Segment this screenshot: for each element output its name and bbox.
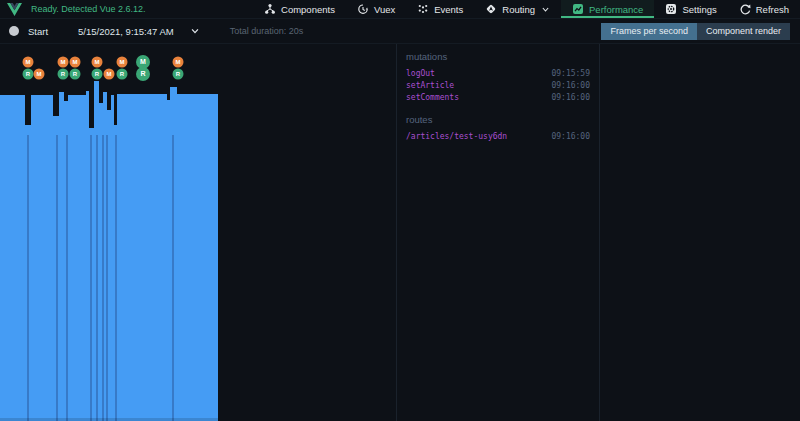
fps-bar-divider: [27, 135, 29, 421]
section-title: mutations: [406, 51, 590, 62]
route-marker[interactable]: R: [58, 68, 69, 79]
fps-bar-divider: [66, 135, 68, 421]
record-label: Start: [28, 26, 48, 37]
events-panel: mutationslogOut09:15:59setArticle09:16:0…: [397, 44, 600, 421]
tab-routing[interactable]: Routing: [474, 0, 561, 18]
tab-label: Refresh: [756, 4, 789, 15]
refresh-icon: [739, 3, 751, 15]
components-icon: [264, 3, 276, 15]
session-date-select[interactable]: 5/15/2021, 9:15:47 AM: [78, 26, 200, 37]
chevron-down-icon: [540, 5, 550, 14]
mutation-section: mutationslogOut09:15:59setArticle09:16:0…: [406, 51, 590, 103]
mutation-row[interactable]: setArticle09:16:00: [406, 79, 590, 91]
status-text: Ready. Detected Vue 2.6.12.: [31, 4, 146, 14]
section-title: routes: [406, 114, 590, 125]
route-marker[interactable]: R: [70, 68, 81, 79]
mutation-row[interactable]: logOut09:15:59: [406, 67, 590, 79]
mutation-row[interactable]: setComments09:16:00: [406, 91, 590, 103]
fps-bar-divider: [106, 135, 108, 421]
fps-bar: [68, 95, 86, 421]
tab-components[interactable]: Components: [253, 0, 346, 18]
fps-bar-divider: [96, 135, 98, 421]
mutation-marker[interactable]: M: [104, 68, 115, 79]
fps-bar: [177, 94, 218, 421]
tab-bar: ComponentsVuexEventsRoutingPerformanceSe…: [253, 0, 800, 18]
brand: Ready. Detected Vue 2.6.12.: [0, 0, 146, 18]
tab-label: Settings: [682, 4, 716, 15]
event-time: 09:16:00: [551, 132, 590, 141]
settings-icon: [665, 3, 677, 15]
fps-chart-panel: MRMMRMRMRMMRMRMR: [0, 44, 397, 421]
fps-bar-divider: [56, 135, 58, 421]
route-marker[interactable]: R: [117, 68, 128, 79]
tab-refresh[interactable]: Refresh: [728, 0, 800, 18]
fps-bar: [0, 95, 25, 421]
mutation-marker[interactable]: M: [92, 56, 103, 67]
fps-bar: [117, 94, 167, 421]
tab-vuex[interactable]: Vuex: [346, 0, 406, 18]
chevron-down-icon: [190, 26, 200, 36]
toolbar: Start 5/15/2021, 9:15:47 AM Total durati…: [0, 19, 800, 44]
tab-label: Vuex: [374, 4, 395, 15]
tab-label: Routing: [502, 4, 535, 15]
event-time: 09:16:00: [551, 93, 590, 102]
mutation-marker[interactable]: M: [173, 56, 184, 67]
tab-performance[interactable]: Performance: [561, 0, 654, 18]
event-name: logOut: [406, 69, 435, 78]
mutation-marker[interactable]: M: [70, 56, 81, 67]
main-content: MRMMRMRMRMMRMRMR mutationslogOut09:15:59…: [0, 44, 800, 421]
events-icon: [417, 3, 429, 15]
routing-icon: [485, 3, 497, 15]
total-duration: Total duration: 20s: [230, 26, 304, 36]
mutation-marker[interactable]: M: [34, 68, 45, 79]
route-section: routes/articles/test-usy6dn09:16:00: [406, 114, 590, 142]
event-name: /articles/test-usy6dn: [406, 132, 507, 141]
route-marker[interactable]: R: [23, 68, 34, 79]
tab-events[interactable]: Events: [406, 0, 474, 18]
event-time: 09:15:59: [551, 69, 590, 78]
route-marker[interactable]: R: [136, 67, 150, 81]
tab-settings[interactable]: Settings: [654, 0, 727, 18]
fps-bar-divider: [172, 135, 174, 421]
fps-bar-divider: [90, 135, 92, 421]
fps-bar-divider: [102, 135, 104, 421]
mutation-marker[interactable]: M: [23, 56, 34, 67]
mutation-marker[interactable]: M: [58, 56, 69, 67]
component-render-button[interactable]: Component render: [697, 23, 790, 40]
tab-label: Components: [281, 4, 335, 15]
record-icon: [9, 26, 19, 36]
detail-panel: [601, 44, 800, 421]
view-toggle: Frames per secondComponent render: [601, 23, 790, 40]
route-marker[interactable]: R: [173, 68, 184, 79]
vue-devtools-window: Ready. Detected Vue 2.6.12. ComponentsVu…: [0, 0, 800, 421]
tab-label: Events: [434, 4, 463, 15]
vue-logo-icon: [7, 3, 22, 16]
history-icon: [357, 3, 369, 15]
fps-bar-divider: [115, 135, 117, 421]
event-name: setComments: [406, 93, 459, 102]
route-marker[interactable]: R: [92, 68, 103, 79]
session-date-value: 5/15/2021, 9:15:47 AM: [78, 26, 174, 37]
event-time: 09:16:00: [551, 81, 590, 90]
fps-bar: [31, 95, 53, 421]
mutation-marker[interactable]: M: [117, 56, 128, 67]
record-toggle[interactable]: Start: [9, 26, 48, 37]
top-bar: Ready. Detected Vue 2.6.12. ComponentsVu…: [0, 0, 800, 19]
tab-label: Performance: [589, 4, 643, 15]
route-row[interactable]: /articles/test-usy6dn09:16:00: [406, 130, 590, 142]
event-name: setArticle: [406, 81, 454, 90]
frames-per-second-button[interactable]: Frames per second: [601, 23, 697, 40]
performance-icon: [572, 3, 584, 15]
